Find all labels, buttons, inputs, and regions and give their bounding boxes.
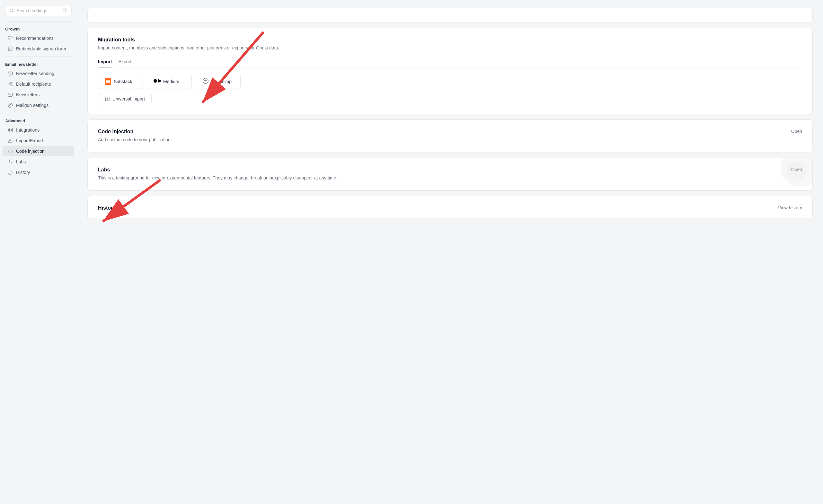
- migration-tools-title: Migration tools: [98, 37, 802, 43]
- sidebar-item-import-export[interactable]: Import/Export: [3, 136, 74, 146]
- sidebar-item-label: Default recipients: [16, 81, 51, 87]
- tab-export[interactable]: Export: [119, 56, 131, 67]
- code-injection-open-link[interactable]: Open: [791, 129, 802, 134]
- sidebar-item-label: Code injection: [16, 149, 45, 154]
- substack-button-label: Substack: [114, 79, 132, 84]
- svg-rect-10: [8, 128, 10, 130]
- history-title: History: [98, 205, 116, 211]
- svg-point-22: [205, 80, 206, 81]
- labs-description: This is a testing ground for new or expe…: [98, 175, 337, 181]
- migration-tabs: Import Export: [98, 56, 802, 67]
- divider-growth: [5, 56, 71, 57]
- substack-icon: [105, 78, 111, 85]
- search-shortcut: /: [63, 8, 67, 13]
- labs-title-group: Labs This is a testing ground for new or…: [98, 167, 337, 181]
- svg-point-8: [8, 103, 12, 107]
- section-label-growth: Growth: [0, 24, 77, 33]
- substack-logo-icon: [105, 78, 111, 85]
- svg-point-9: [9, 104, 11, 106]
- svg-rect-11: [11, 128, 13, 130]
- import-buttons: Substack Medium: [98, 74, 802, 89]
- mailgun-icon: [8, 103, 13, 108]
- migration-tools-description: Import content, members and subscription…: [98, 45, 802, 51]
- search-icon: [9, 8, 14, 13]
- svg-rect-12: [8, 130, 10, 132]
- universal-import-row: Universal import: [98, 93, 802, 105]
- sidebar-item-integrations[interactable]: Integrations: [3, 125, 74, 135]
- mailchimp-button-label: Mailchimp: [211, 79, 231, 84]
- history-card: History View history: [88, 196, 813, 218]
- upload-icon: [105, 96, 110, 101]
- substack-import-button[interactable]: Substack: [98, 74, 143, 89]
- sidebar-item-newsletters[interactable]: Newsletters: [3, 89, 74, 100]
- labs-title: Labs: [98, 167, 337, 173]
- medium-button-label: Medium: [163, 79, 179, 84]
- divider-top: [5, 21, 71, 21]
- sidebar-item-labs[interactable]: Labs: [3, 157, 74, 167]
- medium-icon: [154, 77, 161, 85]
- sidebar-item-label: Labs: [16, 159, 26, 164]
- code-injection-card: Code injection Add custom code to your p…: [88, 119, 813, 153]
- search-box[interactable]: Search settings /: [5, 5, 71, 16]
- tab-import[interactable]: Import: [98, 56, 112, 67]
- divider-email: [5, 113, 71, 113]
- code-injection-title: Code injection: [98, 129, 172, 135]
- labs-card: Labs This is a testing ground for new or…: [88, 158, 813, 191]
- universal-import-label: Universal import: [113, 96, 145, 101]
- medium-import-button[interactable]: Medium: [147, 74, 192, 89]
- search-placeholder: Search settings: [16, 8, 60, 13]
- medium-logo-icon: [154, 77, 161, 84]
- integrations-icon: [8, 128, 13, 133]
- svg-line-1: [13, 12, 13, 13]
- mailchimp-logo-icon: [202, 78, 209, 84]
- history-view-link[interactable]: View history: [778, 205, 802, 210]
- section-label-email: Email newsletter: [0, 59, 77, 68]
- universal-import-button[interactable]: Universal import: [98, 93, 152, 105]
- sidebar-item-label: History: [16, 170, 30, 175]
- mailchimp-icon: [202, 78, 209, 85]
- sidebar-item-mailgun[interactable]: Mailgun settings: [3, 100, 74, 110]
- svg-rect-13: [11, 130, 13, 132]
- history-header: History View history: [98, 205, 802, 213]
- sidebar-item-label: Newsletter sending: [16, 71, 54, 76]
- code-injection-header: Code injection Add custom code to your p…: [98, 129, 802, 143]
- code-injection-title-group: Code injection Add custom code to your p…: [98, 129, 172, 143]
- sidebar-item-label: Mailgun settings: [16, 103, 48, 108]
- mail-icon: [8, 92, 13, 97]
- sidebar-item-label: Import/Export: [16, 138, 43, 143]
- sidebar-item-default-recipients[interactable]: Default recipients: [3, 79, 74, 89]
- svg-point-6: [9, 82, 10, 84]
- sidebar-item-code-injection[interactable]: Code injection: [3, 146, 74, 156]
- recipients-icon: [8, 81, 13, 87]
- code-icon: [8, 149, 13, 154]
- svg-rect-16: [106, 80, 110, 80]
- section-label-advanced: Advanced: [0, 116, 77, 124]
- labs-open-link[interactable]: Open: [791, 167, 802, 172]
- svg-rect-17: [106, 81, 110, 81]
- mailchimp-import-button[interactable]: Mailchimp: [196, 74, 240, 89]
- svg-point-18: [154, 79, 157, 83]
- sidebar-item-signup-form[interactable]: Embeddable signup form: [3, 44, 74, 54]
- newsletter-icon: [8, 71, 13, 76]
- form-icon: [8, 46, 13, 51]
- sidebar-item-history[interactable]: History: [3, 167, 74, 178]
- svg-rect-7: [8, 93, 12, 96]
- svg-point-20: [160, 80, 161, 82]
- sidebar-item-recommendations[interactable]: Recommendations: [3, 33, 74, 43]
- code-injection-description: Add custom code to your publication.: [98, 137, 172, 143]
- import-icon: [8, 138, 13, 143]
- sidebar-item-label: Embeddable signup form: [16, 46, 66, 51]
- sidebar-item-label: Integrations: [16, 128, 39, 133]
- main-content: Migration tools Import content, members …: [77, 0, 823, 504]
- svg-point-0: [10, 9, 13, 12]
- migration-tools-card: Migration tools Import content, members …: [88, 28, 813, 114]
- sidebar: Search settings / Growth Recommendations…: [0, 0, 77, 504]
- labs-icon: [8, 159, 13, 164]
- sidebar-item-newsletter-sending[interactable]: Newsletter sending: [3, 68, 74, 79]
- heart-icon: [8, 36, 13, 41]
- sidebar-item-label: Recommendations: [16, 36, 54, 41]
- history-icon: [8, 170, 13, 175]
- labs-header: Labs This is a testing ground for new or…: [98, 167, 802, 181]
- svg-point-19: [158, 79, 160, 82]
- sidebar-item-label: Newsletters: [16, 92, 39, 97]
